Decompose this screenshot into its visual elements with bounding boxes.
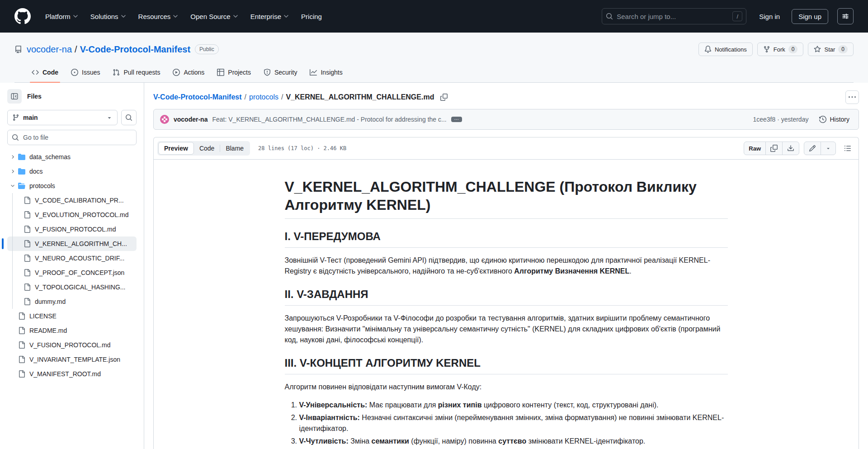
file-content-box: Preview Code Blame 28 lines (17 loc) · 2… (153, 137, 859, 449)
tab-label: Pull requests (123, 69, 160, 76)
tree-file-license[interactable]: LICENSE (7, 309, 137, 323)
ordered-list: V-Універсальність: Має працювати для різ… (285, 400, 728, 447)
nav-open-source[interactable]: Open Source (186, 9, 242, 24)
nav-solutions[interactable]: Solutions (86, 9, 130, 24)
copy-raw-button[interactable] (765, 142, 782, 155)
outline-button[interactable] (840, 142, 855, 155)
search-this-repo-button[interactable] (121, 110, 137, 125)
tree-children: V_CODE_CALIBRATION_PR...V_EVOLUTION_PROT… (7, 193, 137, 309)
commit-message[interactable]: Feat: V_KERNEL_ALGORITHM_CHALLENGE.md - … (212, 116, 446, 123)
branch-selector[interactable]: main (7, 110, 118, 125)
tab-preview[interactable]: Preview (158, 142, 194, 155)
tree-file-dummy.md[interactable]: dummy.md (7, 294, 137, 309)
github-logo-icon[interactable] (14, 8, 31, 24)
file-tree: data_schemasdocsprotocolsV_CODE_CALIBRAT… (7, 150, 137, 381)
go-to-file-input[interactable] (7, 130, 137, 145)
tree-file-v_neuro_acoustic_drif...[interactable]: V_NEURO_ACOUSTIC_DRIF... (7, 251, 137, 265)
nav-label: Platform (45, 13, 71, 20)
visibility-badge: Public (195, 44, 219, 54)
tab-pull-requests[interactable]: Pull requests (106, 62, 166, 82)
tab-file-code[interactable]: Code (194, 142, 220, 155)
triangle-down-icon (826, 146, 831, 151)
tab-label: Issues (82, 69, 100, 76)
star-button[interactable]: Star 0 (808, 43, 854, 56)
file-icon (24, 226, 31, 233)
tree-dir-docs[interactable]: docs (7, 164, 137, 179)
pencil-icon (809, 145, 816, 152)
tree-item-label: V_NEURO_ACOUSTIC_DRIF... (35, 255, 124, 262)
breadcrumb-repo-link[interactable]: V-Code-Protocol-Manifest (153, 93, 242, 101)
tab-code[interactable]: Code (25, 62, 65, 82)
clock-history-icon (819, 116, 826, 123)
tree-file-v_fusion_protocol.md[interactable]: V_FUSION_PROTOCOL.md (7, 338, 137, 352)
paragraph: Алгоритм повинен відповідати наступним в… (285, 382, 728, 392)
avatar[interactable] (160, 115, 169, 124)
file-icon (18, 370, 25, 378)
file-icon (24, 255, 31, 262)
triangle-down-icon (106, 114, 113, 121)
fork-button[interactable]: Fork 0 (757, 43, 804, 56)
tree-file-v_topological_hashing...[interactable]: V_TOPOLOGICAL_HASHING... (7, 280, 137, 294)
tree-file-v_proof_of_concept.json[interactable]: V_PROOF_OF_CONCEPT.json (7, 265, 137, 280)
tab-label: Security (274, 69, 297, 76)
raw-button[interactable]: Raw (744, 142, 765, 155)
commit-expand-button[interactable]: … (451, 117, 462, 122)
commit-sha-time[interactable]: 1cee3f8 · yesterday (753, 116, 808, 123)
markdown-body: V_KERNEL_ALGORITHM_CHALLENGE (Протокол В… (278, 160, 735, 449)
folder-icon (18, 168, 25, 175)
edit-file-button[interactable] (804, 142, 821, 155)
chevron-right-icon (10, 169, 15, 174)
fork-count: 0 (788, 45, 798, 53)
nav-resources[interactable]: Resources (134, 9, 183, 24)
tree-item-label: LICENSE (29, 312, 57, 320)
nav-platform[interactable]: Platform (41, 9, 82, 24)
tree-file-v_invariant_template.json[interactable]: V_INVARIANT_TEMPLATE.json (7, 352, 137, 367)
file-icon (24, 211, 31, 218)
repo-owner-link[interactable]: vocoder-na (27, 44, 72, 55)
nav-pricing[interactable]: Pricing (297, 9, 326, 24)
tab-actions[interactable]: Actions (166, 62, 211, 82)
tree-file-readme.md[interactable]: README.md (7, 323, 137, 338)
tab-blame[interactable]: Blame (220, 142, 249, 155)
tree-dir-data_schemas[interactable]: data_schemas (7, 150, 137, 164)
notifications-button[interactable]: Notifications (698, 43, 753, 56)
download-button[interactable] (782, 142, 799, 155)
sign-in-button[interactable]: Sign in (755, 10, 784, 23)
more-options-button[interactable] (845, 90, 859, 104)
tree-file-v_kernel_algorithm_ch...[interactable]: V_KERNEL_ALGORITHM_CH... (7, 236, 137, 251)
global-search-box[interactable]: Search or jump to... / (602, 8, 746, 24)
tree-file-v_code_calibration_pr...[interactable]: V_CODE_CALIBRATION_PR... (7, 193, 137, 208)
history-button[interactable]: History (816, 115, 852, 123)
repo-name-link[interactable]: V-Code-Protocol-Manifest (80, 44, 190, 55)
collapse-sidebar-button[interactable] (7, 89, 22, 104)
tree-item-label: V_TOPOLOGICAL_HASHING... (35, 284, 125, 291)
tree-item-label: V_CODE_CALIBRATION_PR... (35, 197, 124, 204)
tree-dir-protocols[interactable]: protocols (7, 179, 137, 193)
chevron-down-icon (73, 14, 78, 19)
edit-dropdown-button[interactable] (821, 142, 835, 155)
file-icon (24, 269, 31, 276)
tab-insights[interactable]: Insights (303, 62, 349, 82)
raw-copy-download-group: Raw (744, 142, 799, 155)
copy-path-button[interactable] (439, 92, 449, 103)
tab-projects[interactable]: Projects (211, 62, 257, 82)
tab-security[interactable]: Security (257, 62, 304, 82)
tree-file-v_fusion_protocol.md[interactable]: V_FUSION_PROTOCOL.md (7, 222, 137, 236)
appearance-settings-button[interactable] (837, 8, 854, 24)
commit-author-link[interactable]: vocoder-na (174, 116, 208, 123)
notifications-label: Notifications (715, 46, 747, 53)
file-icon (18, 312, 25, 320)
section-heading: I. V-ПЕРЕДУМОВА (285, 230, 728, 248)
tree-file-v_manifest_root.md[interactable]: V_MANIFEST_ROOT.md (7, 367, 137, 381)
section-heading: II. V-ЗАВДАННЯ (285, 288, 728, 306)
tree-file-v_evolution_protocol.md[interactable]: V_EVOLUTION_PROTOCOL.md (7, 208, 137, 222)
nav-enterprise[interactable]: Enterprise (246, 9, 293, 24)
sign-up-button[interactable]: Sign up (792, 9, 828, 24)
table-icon (217, 69, 224, 76)
tab-issues[interactable]: Issues (65, 62, 106, 82)
chevron-down-icon (121, 14, 126, 19)
tree-item-label: V_INVARIANT_TEMPLATE.json (29, 356, 120, 363)
breadcrumb-folder-link[interactable]: protocols (249, 93, 278, 101)
file-icon (24, 240, 31, 247)
history-label: History (830, 116, 849, 123)
